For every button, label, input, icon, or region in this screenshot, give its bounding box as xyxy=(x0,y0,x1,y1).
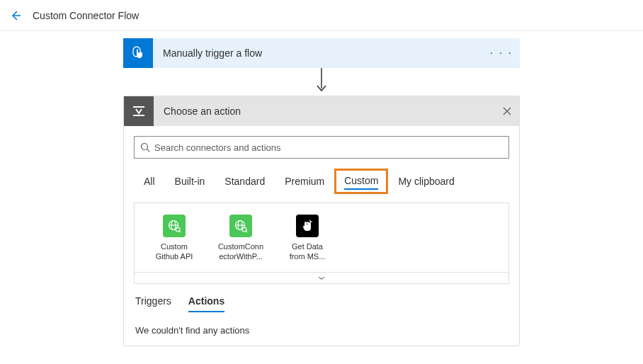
sub-tabs: Triggers Actions xyxy=(134,295,509,312)
connector-custom-github-api[interactable]: CustomGithub API xyxy=(149,215,200,262)
connector-label: CustomGithub API xyxy=(156,241,193,262)
search-input[interactable] xyxy=(154,142,503,153)
connector-custom-connector-with-p[interactable]: CustomConnectorWithP... xyxy=(215,215,266,262)
svg-line-5 xyxy=(147,149,150,152)
search-box[interactable] xyxy=(134,136,509,159)
page-title: Custom Connector Flow xyxy=(33,10,139,21)
connector-get-data-from-ms[interactable]: Get Datafrom MS... xyxy=(282,215,333,262)
tab-premium[interactable]: Premium xyxy=(275,171,334,191)
back-icon[interactable] xyxy=(8,8,23,23)
panel-header: Choose an action xyxy=(124,96,519,126)
globe-icon xyxy=(229,215,252,237)
connectors-box: CustomGithub API CustomConnectorWithP...… xyxy=(134,203,509,284)
tap-icon xyxy=(130,45,146,61)
svg-line-10 xyxy=(179,231,181,232)
tab-standard[interactable]: Standard xyxy=(215,171,275,191)
trigger-icon-box xyxy=(123,38,153,68)
svg-rect-2 xyxy=(133,106,144,108)
ellipsis-button[interactable]: · · · xyxy=(490,47,513,59)
trigger-label: Manually trigger a flow xyxy=(163,47,262,59)
trigger-card[interactable]: Manually trigger a flow · · · xyxy=(123,38,520,68)
globe-icon xyxy=(163,215,186,237)
panel-body: All Built-in Standard Premium Custom My … xyxy=(124,126,519,346)
panel-icon-box xyxy=(124,96,154,126)
topbar: Custom Connector Flow xyxy=(0,0,643,31)
hand-icon xyxy=(296,215,319,237)
choose-action-icon xyxy=(132,104,146,118)
category-tabs: All Built-in Standard Premium Custom My … xyxy=(134,169,509,194)
action-panel: Choose an action All Built-in Standard P… xyxy=(123,96,520,346)
tab-built-in[interactable]: Built-in xyxy=(165,171,215,191)
svg-rect-3 xyxy=(133,115,144,116)
tab-custom[interactable]: Custom xyxy=(334,169,388,194)
empty-message: We couldn't find any actions xyxy=(134,325,509,336)
subtab-actions[interactable]: Actions xyxy=(188,295,224,312)
connectors-list: CustomGithub API CustomConnectorWithP...… xyxy=(135,203,508,272)
close-icon[interactable] xyxy=(502,106,512,116)
expand-connectors-button[interactable] xyxy=(135,272,508,283)
connector-label: Get Datafrom MS... xyxy=(290,241,326,262)
tab-my-clipboard[interactable]: My clipboard xyxy=(388,171,464,191)
subtab-triggers[interactable]: Triggers xyxy=(135,295,171,312)
svg-point-4 xyxy=(142,144,148,150)
flow-canvas: Manually trigger a flow · · · Choose an … xyxy=(0,31,643,346)
connector-label: CustomConnectorWithP... xyxy=(218,241,263,262)
tab-all[interactable]: All xyxy=(134,171,165,191)
panel-title: Choose an action xyxy=(164,106,241,117)
search-icon xyxy=(140,142,150,152)
svg-line-15 xyxy=(246,231,247,232)
arrow-connector xyxy=(314,67,329,96)
chevron-down-icon xyxy=(317,273,326,281)
